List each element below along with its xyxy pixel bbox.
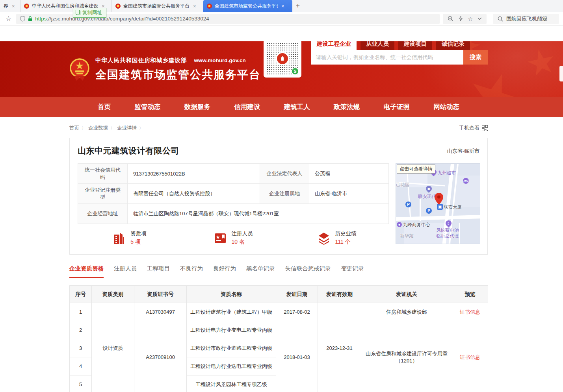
url-rest: ://jzsc.mohurd.gov.cn/data/company/detai… [47, 16, 209, 22]
lock-icon [28, 16, 32, 21]
authority-cell: 住房和城乡建设部 [361, 303, 452, 321]
header-search: 建设工程企业 从业人员 建设项目 诚信记录 搜索 [311, 41, 488, 65]
zoom-out-icon[interactable] [448, 16, 453, 22]
url-text[interactable]: https://jzsc.mohurd.gov.cn/data/company/… [35, 16, 209, 22]
credit-code-label: 统一社会信用代码 [78, 164, 128, 184]
company-detail-table: 统一社会信用代码 91371302675501022B 企业法定代表人 公茂福 … [78, 163, 389, 224]
breadcrumb-separator: 〉 [82, 125, 86, 131]
breadcrumb-company-data[interactable]: 企业数据 [88, 125, 108, 131]
nav-item-credit[interactable]: 信用建设 [234, 103, 260, 111]
browser-tab-jzsc[interactable]: 全国建筑市场监管公共服务平台 × [112, 0, 203, 12]
stat-label: 注册人员 [232, 230, 253, 237]
nav-item-supervision[interactable]: 监管动态 [134, 103, 160, 111]
stat-performance[interactable]: 历史业绩 111 个 [285, 230, 388, 246]
qr-code-icon [482, 125, 488, 131]
business-poi-icon: ● [397, 222, 402, 227]
col-seq: 序号 [70, 286, 92, 303]
tab-bad-behavior[interactable]: 不良行为 [180, 265, 203, 278]
tab-changes[interactable]: 变更记录 [341, 265, 364, 278]
close-icon[interactable]: × [193, 3, 196, 9]
tab-registered-personnel[interactable]: 注册人员 [114, 265, 137, 278]
breadcrumb-company-detail[interactable]: 企业详情 [117, 125, 137, 131]
search-tab-personnel[interactable]: 从业人员 [360, 41, 394, 50]
search-tab-enterprise[interactable]: 建设工程企业 [311, 41, 357, 50]
map-pin-icon [435, 193, 443, 205]
favorite-star-icon[interactable]: ☆ [468, 16, 473, 22]
credit-code-value: 91371302675501022B [128, 164, 260, 184]
stat-personnel[interactable]: 注册人员 10 名 [181, 230, 285, 246]
site-brand: 中华人民共和国住房和城乡建设部www.mohurd.gov.cn 全国建筑市场监… [95, 57, 261, 82]
site-banner: 中华人民共和国住房和城乡建设部www.mohurd.gov.cn 全国建筑市场监… [0, 41, 563, 97]
nav-item-license[interactable]: 电子证照 [384, 103, 410, 111]
col-valid-until: 发证有效期 [318, 286, 361, 303]
breadcrumb-home[interactable]: 首页 [69, 125, 79, 131]
qr-code: S [264, 41, 301, 78]
close-icon[interactable]: × [281, 3, 284, 9]
nav-item-data[interactable]: 数据服务 [184, 103, 210, 111]
col-issue-date: 发证日期 [276, 286, 318, 303]
valid-until-cell: 2023-12-31 [318, 303, 361, 392]
building-icon [112, 231, 126, 245]
keyword-search-input[interactable] [311, 50, 463, 65]
mobile-view-label: 手机查看 [459, 124, 479, 131]
qual-name-cell: 工程设计建筑行业（建筑工程）甲级 [187, 303, 276, 321]
bookmark-star-icon[interactable]: ☆ [6, 15, 11, 23]
emblem-favicon-icon [115, 4, 121, 9]
quick-search-text: 国航回应飞机颠簸 [506, 15, 547, 22]
search-tab-project[interactable]: 建设项目 [398, 41, 432, 50]
reg-type-label: 企业登记注册类型 [78, 184, 128, 204]
search-tab-credit[interactable]: 诚信记录 [436, 41, 470, 50]
qualification-table: 序号 资质类别 资质证书号 资质名称 发证日期 发证有效期 发证机关 预览 1 … [69, 285, 488, 392]
company-name: 山东中元建筑设计有限公司 [78, 145, 179, 156]
main-nav: 首页 监管动态 数据服务 信用建设 建筑工人 政策法规 电子证照 网站动态 [0, 97, 563, 117]
map-label-business-center: 九峰商务中心 [403, 222, 430, 228]
mobile-view[interactable]: 手机查看 [459, 124, 488, 131]
url-scheme: https [35, 16, 46, 22]
new-tab-button[interactable]: + [292, 0, 303, 12]
wechat-icon: S [291, 67, 299, 75]
stat-qualifications[interactable]: 资质项 5 项 [78, 230, 181, 246]
side-float-widget[interactable] [559, 66, 563, 81]
nav-item-home[interactable]: 首页 [98, 103, 111, 111]
authority-cell: 山东省住房和城乡建设厅许可专用章（1201） [361, 321, 452, 392]
nav-item-policy[interactable]: 政策法规 [334, 103, 360, 111]
tab-dishonesty[interactable]: 失信联合惩戒记录 [285, 265, 331, 278]
map-road [396, 215, 480, 221]
close-icon[interactable]: × [12, 3, 15, 9]
shield-icon[interactable] [20, 16, 25, 22]
qr-center-logo-icon [277, 53, 288, 64]
tab-blacklist[interactable]: 黑名单记录 [246, 265, 275, 278]
search-button[interactable]: 搜索 [463, 50, 488, 65]
location-map[interactable]: 点击可查看详情 ● 九州超市 ATM 己花园 ▣ 联安现代城 ▣ 联安大厦 P … [396, 163, 480, 244]
chevron-down-icon[interactable] [478, 17, 482, 20]
map-label-battery-2: 临沂总代理 [436, 233, 459, 239]
certificate-info-link[interactable]: 证书信息 [460, 354, 480, 360]
tab-qualifications[interactable]: 企业资质资格 [69, 265, 104, 278]
category-cell: 设计资质 [92, 303, 134, 392]
browser-quick-search[interactable]: 国航回应飞机颠簸 [493, 14, 559, 24]
col-preview: 预览 [452, 286, 488, 303]
reg-region-label: 企业注册属地 [260, 184, 309, 204]
browser-chrome: 界 × 中华人民共和国住房和城乡建设 × 全国建筑市场监管公共服务平台 × 全国… [0, 0, 563, 26]
stat-value: 10 名 [232, 239, 253, 246]
browser-tab-active[interactable]: 全国建筑市场监管公共服务平台 × [203, 0, 292, 12]
tab-projects[interactable]: 工程项目 [147, 265, 170, 278]
flash-icon[interactable] [458, 16, 463, 22]
cert-no-cell: A237009100 [134, 321, 187, 392]
issue-date-cell: 2017-08-02 [276, 303, 318, 321]
national-emblem-icon [69, 58, 90, 81]
browser-tab-partial[interactable]: 界 × [0, 0, 20, 12]
map-road [420, 199, 421, 221]
seq-cell: 3 [70, 339, 92, 357]
stat-label: 资质项 [130, 230, 147, 237]
map-label-supermarket: 九州超市 [438, 170, 456, 176]
nav-item-news[interactable]: 网站动态 [433, 103, 459, 111]
nav-item-workers[interactable]: 建筑工人 [284, 103, 310, 111]
certificate-info-link[interactable]: 证书信息 [460, 309, 480, 315]
copy-icon [76, 11, 80, 15]
table-header-row: 序号 资质类别 资质证书号 资质名称 发证日期 发证有效期 发证机关 预览 [70, 286, 488, 303]
stat-value: 111 个 [335, 239, 357, 246]
tab-good-behavior[interactable]: 良好行为 [213, 265, 236, 278]
tab-title: 全国建筑市场监管公共服务平台 [215, 3, 278, 9]
map-road [459, 223, 460, 244]
